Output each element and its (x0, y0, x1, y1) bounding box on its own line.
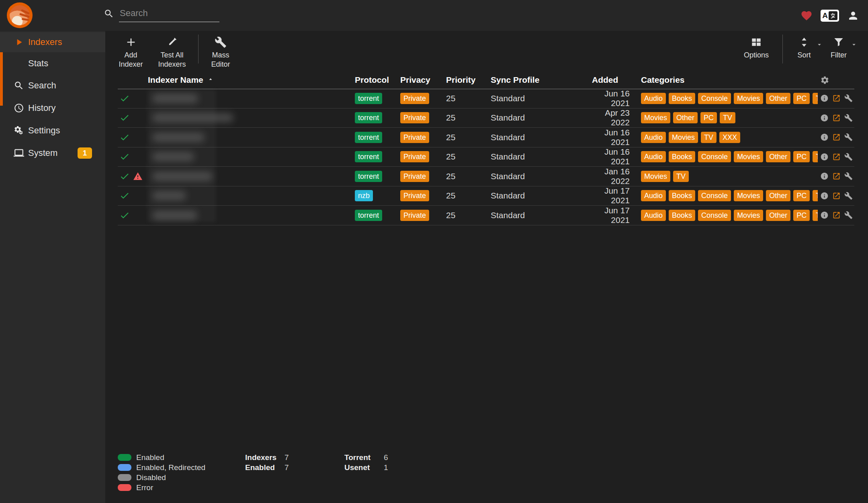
column-header-protocol[interactable]: Protocol (355, 75, 400, 85)
indexer-row[interactable]: torrent Private 25 Standard Jun 17 2021 … (118, 206, 854, 225)
column-header-privacy[interactable]: Privacy (400, 75, 446, 85)
indexer-row[interactable]: torrent Private 25 Standard Apr 23 2022 … (118, 108, 854, 128)
category-badge: Other (766, 151, 790, 162)
external-link-icon[interactable] (832, 211, 841, 219)
options-button[interactable]: Options (734, 35, 778, 60)
gears-icon (14, 125, 24, 136)
toolbar-separator (198, 35, 199, 63)
enabled-check-icon (119, 190, 130, 201)
plus-icon (125, 36, 137, 49)
category-badge: TV (813, 210, 818, 221)
indexer-row[interactable]: torrent Private 25 Standard Jun 16 2021 … (118, 89, 854, 108)
sync-profile-value: Standard (491, 172, 592, 181)
category-badge: PC (793, 210, 810, 221)
column-header-indexer-name[interactable]: Indexer Name (148, 75, 355, 85)
indexer-row[interactable]: nzb Private 25 Standard Jun 17 2021 Audi… (118, 186, 854, 206)
filter-button[interactable]: Filter (821, 35, 856, 60)
category-badge: Console (698, 93, 731, 104)
legend-item: Disabled (118, 472, 205, 483)
test-all-indexers-button[interactable]: Test All Indexers (150, 35, 194, 69)
category-badge: Movies (734, 190, 763, 201)
external-link-icon[interactable] (832, 94, 841, 102)
column-header-added[interactable]: Added (592, 75, 641, 85)
edit-wrench-icon[interactable] (844, 114, 853, 122)
sidebar-item-settings[interactable]: Settings (0, 119, 105, 142)
added-value: Jun 17 2021 (592, 206, 641, 225)
info-icon[interactable] (820, 192, 829, 200)
indexer-row[interactable]: torrent Private 25 Standard Jun 16 2021 … (118, 128, 854, 147)
column-header-sync-profile[interactable]: Sync Profile (491, 75, 592, 85)
chevron-down-icon (850, 41, 858, 48)
protocol-stats: Torrent6 Usenet1 (344, 452, 388, 472)
edit-wrench-icon[interactable] (844, 153, 853, 161)
category-badge: Audio (641, 210, 666, 221)
edit-wrench-icon[interactable] (844, 192, 853, 200)
mass-editor-button[interactable]: Mass Editor (203, 35, 239, 69)
prowlarr-logo[interactable] (7, 2, 33, 28)
indexer-stats: Indexers7 Enabled7 (245, 452, 289, 472)
toolbar-separator (782, 35, 783, 63)
sidebar-item-search[interactable]: Search (0, 74, 105, 97)
info-icon[interactable] (820, 211, 829, 219)
privacy-badge: Private (400, 171, 429, 182)
external-link-icon[interactable] (832, 153, 841, 161)
column-header-categories[interactable]: Categories (641, 75, 818, 85)
sync-profile-value: Standard (491, 94, 592, 103)
sidebar-item-history[interactable]: History (0, 97, 105, 119)
added-value: Apr 23 2022 (592, 108, 641, 127)
table-options-icon (750, 36, 763, 49)
sync-profile-value: Standard (491, 133, 592, 142)
edit-wrench-icon[interactable] (844, 94, 853, 102)
edit-wrench-icon[interactable] (844, 133, 853, 141)
info-icon[interactable] (820, 133, 829, 141)
search-icon (14, 80, 24, 91)
column-header-priority[interactable]: Priority (446, 75, 491, 85)
edit-wrench-icon[interactable] (844, 172, 853, 180)
legend-item: Enabled (118, 452, 205, 462)
edit-wrench-icon[interactable] (844, 211, 853, 219)
external-link-icon[interactable] (832, 172, 841, 180)
info-icon[interactable] (820, 172, 829, 180)
external-link-icon[interactable] (832, 133, 841, 141)
sort-icon (798, 36, 810, 48)
add-indexer-button[interactable]: Add Indexer (112, 35, 150, 69)
category-badge: Console (698, 151, 731, 162)
search-input[interactable] (119, 8, 219, 22)
category-badge: PC (793, 190, 810, 201)
sidebar-item-indexers[interactable]: Indexers (0, 32, 105, 52)
external-link-icon[interactable] (832, 192, 841, 200)
indexer-row[interactable]: torrent Private 25 Standard Jun 16 2021 … (118, 147, 854, 167)
legend-swatch-enabled (118, 454, 131, 461)
info-icon[interactable] (820, 94, 829, 102)
info-icon[interactable] (820, 114, 829, 122)
category-badge: Books (669, 210, 695, 221)
added-value: Jun 16 2021 (592, 128, 641, 147)
protocol-badge: torrent (355, 93, 382, 104)
user-icon[interactable] (847, 10, 859, 22)
category-badge: Movies (734, 151, 763, 162)
legend-swatch-redirected (118, 464, 131, 471)
sidebar-item-system[interactable]: System 1 (0, 142, 105, 164)
categories-cell: AudioMoviesTVXXX (641, 132, 818, 143)
category-badge: Other (766, 210, 790, 221)
sort-ascending-icon (207, 76, 214, 83)
added-value: Jan 16 2022 (592, 167, 641, 186)
enabled-check-icon (119, 210, 130, 221)
external-link-icon[interactable] (832, 114, 841, 122)
info-icon[interactable] (820, 153, 829, 161)
category-badge: Audio (641, 132, 666, 143)
category-badge: Audio (641, 93, 666, 104)
protocol-badge: torrent (355, 171, 382, 182)
column-settings-gear-icon[interactable] (820, 76, 829, 85)
wrench-icon (215, 36, 227, 48)
indexer-row[interactable]: torrent Private 25 Standard Jan 16 2022 … (118, 167, 854, 186)
redacted-names-overlay (147, 90, 216, 222)
category-badge: Books (669, 93, 695, 104)
sidebar-item-stats[interactable]: Stats (0, 52, 105, 74)
category-badge: Other (766, 190, 790, 201)
donate-heart-icon[interactable] (800, 10, 813, 22)
sort-button[interactable]: Sort (787, 35, 821, 60)
enabled-check-icon (119, 112, 130, 123)
translate-icon[interactable]: A (821, 10, 839, 22)
category-badge: PC (700, 112, 717, 123)
